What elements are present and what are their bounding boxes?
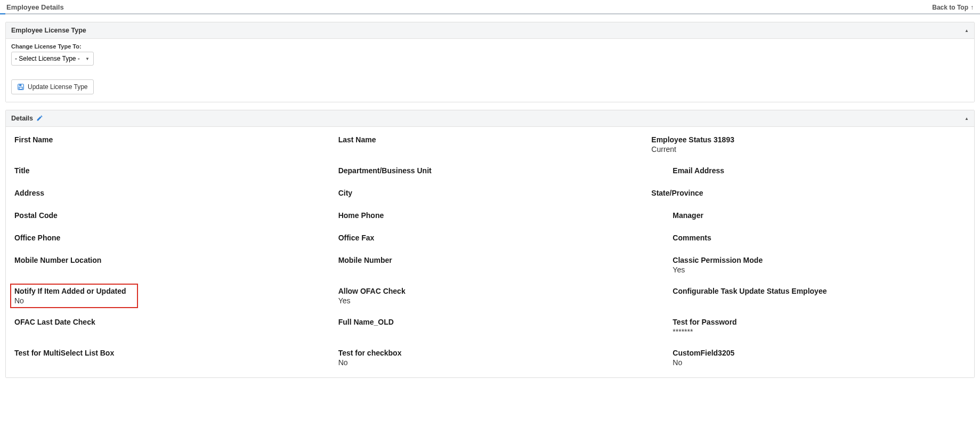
custom-3205-label: CustomField3205 <box>673 349 966 357</box>
ofac-last-label: OFAC Last Date Check <box>14 318 329 326</box>
employee-status-label: Employee Status 31893 <box>651 135 966 144</box>
field-full-name-old: Full Name_OLD <box>333 318 647 336</box>
test-multiselect-label: Test for MultiSelect List Box <box>14 349 329 357</box>
field-notify-added: Notify If Item Added or Updated No <box>14 287 329 305</box>
test-checkbox-value: No <box>338 358 647 367</box>
field-mobile-number: Mobile Number <box>333 256 647 274</box>
mobile-location-label: Mobile Number Location <box>14 256 329 264</box>
change-license-label: Change License Type To: <box>11 43 969 50</box>
update-license-type-label: Update License Type <box>28 83 88 91</box>
field-office-fax: Office Fax <box>333 233 647 243</box>
field-comments: Comments <box>651 233 966 243</box>
field-email: Email Address <box>651 166 966 176</box>
field-office-phone: Office Phone <box>14 233 329 243</box>
svg-rect-2 <box>19 87 22 89</box>
field-manager: Manager <box>651 211 966 221</box>
allow-ofac-label: Allow OFAC Check <box>338 287 647 295</box>
details-panel-title: Details <box>11 115 33 122</box>
license-type-panel: Employee License Type ▲ Change License T… <box>5 22 975 102</box>
license-type-panel-header[interactable]: Employee License Type ▲ <box>6 22 974 39</box>
department-label: Department/Business Unit <box>338 166 647 175</box>
header-divider <box>0 13 980 14</box>
city-label: City <box>338 189 647 197</box>
field-test-password: Test for Password ******* <box>651 318 966 336</box>
address-label: Address <box>14 189 329 197</box>
field-postal-code: Postal Code <box>14 211 329 221</box>
field-ofac-last: OFAC Last Date Check <box>14 318 329 336</box>
home-phone-label: Home Phone <box>338 211 647 220</box>
employee-status-value: Current <box>651 145 966 154</box>
manager-label: Manager <box>673 211 966 220</box>
field-test-multiselect: Test for MultiSelect List Box <box>14 349 329 367</box>
notify-added-label: Notify If Item Added or Updated <box>14 287 134 295</box>
license-type-panel-body: Change License Type To: - Select License… <box>6 39 974 102</box>
field-mobile-location: Mobile Number Location <box>14 256 329 274</box>
field-city: City <box>333 189 647 198</box>
field-home-phone: Home Phone <box>333 211 647 221</box>
details-panel-body: First Name Last Name Employee Status 318… <box>6 127 974 377</box>
email-label: Email Address <box>673 166 966 175</box>
pencil-icon[interactable] <box>36 115 44 122</box>
page-title: Employee Details <box>6 3 64 11</box>
collapse-icon[interactable]: ▲ <box>965 28 969 33</box>
custom-3205-value: No <box>673 358 966 367</box>
details-panel-header[interactable]: Details ▲ <box>6 110 974 127</box>
allow-ofac-value: Yes <box>338 296 647 305</box>
field-title: Title <box>14 166 329 176</box>
page-header: Employee Details Back to Top ↑ <box>0 0 980 13</box>
field-address: Address <box>14 189 329 198</box>
full-name-old-label: Full Name_OLD <box>338 318 647 326</box>
first-name-label: First Name <box>14 135 329 144</box>
arrow-up-icon: ↑ <box>970 4 974 11</box>
test-password-value: ******* <box>673 327 966 336</box>
office-fax-label: Office Fax <box>338 233 647 242</box>
collapse-icon[interactable]: ▲ <box>965 116 969 121</box>
title-label: Title <box>14 166 329 175</box>
field-classic-permission: Classic Permission Mode Yes <box>651 256 966 274</box>
classic-permission-label: Classic Permission Mode <box>673 256 966 264</box>
back-to-top-link[interactable]: Back to Top ↑ <box>932 4 974 11</box>
field-allow-ofac: Allow OFAC Check Yes <box>333 287 647 305</box>
state-label: State/Province <box>651 189 966 197</box>
configurable-task-label: Configurable Task Update Status Employee <box>673 287 966 295</box>
license-type-panel-title: Employee License Type <box>11 27 86 34</box>
svg-rect-1 <box>19 84 21 86</box>
field-state: State/Province <box>651 189 966 198</box>
back-to-top-label: Back to Top <box>932 4 968 11</box>
details-panel: Details ▲ First Name Last Name <box>5 110 975 378</box>
test-checkbox-label: Test for checkbox <box>338 349 647 357</box>
field-last-name: Last Name <box>333 135 647 154</box>
field-configurable-task: Configurable Task Update Status Employee <box>651 287 966 305</box>
office-phone-label: Office Phone <box>14 233 329 242</box>
field-custom-3205: CustomField3205 No <box>651 349 966 367</box>
save-icon <box>17 83 25 91</box>
license-type-select[interactable]: - Select License Type - <box>11 52 94 66</box>
comments-label: Comments <box>673 233 966 242</box>
update-license-type-button[interactable]: Update License Type <box>11 79 94 94</box>
field-test-checkbox: Test for checkbox No <box>333 349 647 367</box>
notify-added-value: No <box>14 296 134 305</box>
postal-code-label: Postal Code <box>14 211 329 220</box>
classic-permission-value: Yes <box>673 265 966 274</box>
field-department: Department/Business Unit <box>333 166 647 176</box>
field-first-name: First Name <box>14 135 329 154</box>
field-employee-status: Employee Status 31893 Current <box>651 135 966 154</box>
mobile-number-label: Mobile Number <box>338 256 647 264</box>
test-password-label: Test for Password <box>673 318 966 326</box>
highlight-box: Notify If Item Added or Updated No <box>10 284 138 308</box>
last-name-label: Last Name <box>338 135 647 144</box>
